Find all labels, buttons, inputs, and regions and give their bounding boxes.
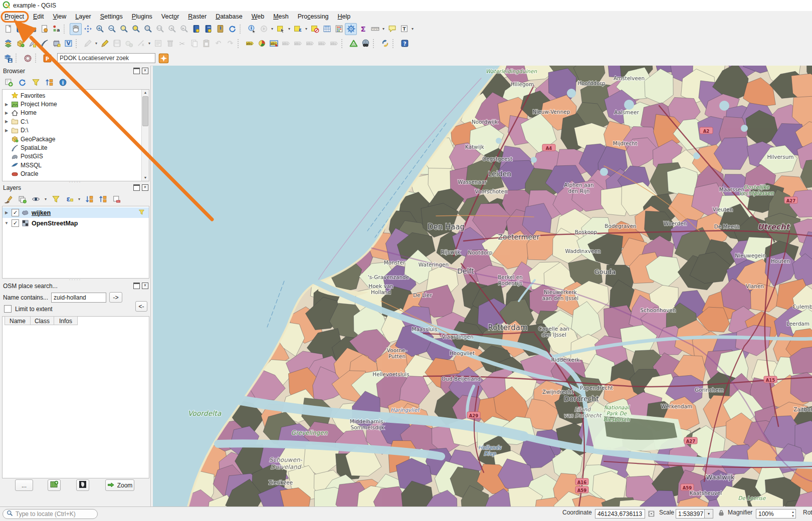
osm-column-infos[interactable]: Infos xyxy=(54,316,78,325)
coordinate-field[interactable]: 461243,6736113 xyxy=(595,509,645,518)
expand-arrow-icon[interactable]: ▶ xyxy=(4,128,9,133)
manage-map-themes-button[interactable] xyxy=(30,193,42,205)
layer-diagram-options-button[interactable] xyxy=(256,38,268,50)
layer-labeling-options-button[interactable]: abc xyxy=(244,38,256,50)
collapse-all-button[interactable] xyxy=(43,76,55,88)
identify-features-button[interactable]: i xyxy=(246,23,258,35)
zoom-in-button[interactable]: + xyxy=(94,23,106,35)
osm-back-button[interactable]: <- xyxy=(135,301,147,312)
manage-map-themes-dropdown[interactable]: ▾ xyxy=(43,197,48,201)
browser-item-d-[interactable]: ▶ D:\ xyxy=(3,126,149,135)
statistical-summary-button[interactable]: Σ xyxy=(357,23,369,35)
menu-processing[interactable]: Processing xyxy=(293,12,333,21)
project-properties-button[interactable] xyxy=(38,23,50,35)
magnifier-spinbox[interactable]: 100% ▲▼ xyxy=(756,509,796,518)
menu-vector[interactable]: Vector xyxy=(157,12,183,21)
browser-item-oracle[interactable]: Oracle xyxy=(3,170,149,178)
layers-close-icon[interactable]: × xyxy=(142,184,148,191)
menu-web[interactable]: Web xyxy=(247,12,269,21)
osm-column-class[interactable]: Class xyxy=(30,316,54,325)
extents-icon[interactable] xyxy=(648,510,655,519)
scroll-up-icon[interactable]: ▲ xyxy=(142,90,149,96)
browser-item-mssql[interactable]: MSSQL xyxy=(3,161,149,169)
browser-close-icon[interactable]: × xyxy=(142,68,148,74)
grass-tools-button[interactable] xyxy=(347,38,359,50)
expand-arrow-icon[interactable]: ▶ xyxy=(4,111,9,115)
show-spatial-bookmarks-button[interactable] xyxy=(202,23,214,35)
new-spatialite-layer-button[interactable] xyxy=(38,38,50,50)
layer-visibility-checkbox[interactable]: ✓ xyxy=(12,209,19,216)
browser-item-spatialite[interactable]: SpatiaLite xyxy=(3,143,149,152)
filter-browser-button[interactable] xyxy=(30,76,42,88)
pdok-search-input[interactable] xyxy=(57,53,155,63)
add-selected-layers-button[interactable] xyxy=(3,76,15,88)
enable-properties-widget-button[interactable]: i xyxy=(57,76,69,88)
new-spatial-bookmark-button[interactable] xyxy=(190,23,202,35)
browser-item-geopackage[interactable]: GeoPackage xyxy=(3,135,149,143)
zoom-out-button[interactable]: − xyxy=(106,23,118,35)
osm-search-button[interactable]: -> xyxy=(109,292,122,303)
menu-edit[interactable]: Edit xyxy=(29,12,49,21)
zoom-to-layer-button[interactable] xyxy=(142,23,154,35)
new-temporary-scratch-layer-button[interactable] xyxy=(50,38,62,50)
expand-arrow-icon[interactable]: ▶ xyxy=(4,102,9,107)
field-calculator-button[interactable] xyxy=(333,23,345,35)
menu-mesh[interactable]: Mesh xyxy=(269,12,293,21)
limit-to-extent-checkbox[interactable] xyxy=(4,305,12,313)
open-attribute-table-button[interactable] xyxy=(321,23,333,35)
add-group-button[interactable] xyxy=(16,193,28,205)
temporal-controller-button[interactable] xyxy=(214,23,226,35)
osm-place-search-toggle-button[interactable] xyxy=(359,38,371,50)
open-data-source-manager-button[interactable] xyxy=(2,38,14,50)
new-project-button[interactable] xyxy=(2,23,14,35)
menu-project[interactable]: Project xyxy=(0,12,29,21)
open-layer-styling-panel-button[interactable] xyxy=(3,193,15,205)
osm-add-to-map-button[interactable] xyxy=(48,479,61,491)
browser-item-c-[interactable]: ▶ C:\ xyxy=(3,117,149,126)
save-all-layers-button[interactable] xyxy=(2,52,14,64)
deselect-all-button[interactable] xyxy=(309,23,321,35)
map-tips-button[interactable] xyxy=(386,23,398,35)
menu-settings[interactable]: Settings xyxy=(96,12,127,21)
filter-legend-expression-button[interactable]: ε xyxy=(63,193,75,205)
pdok-locatieserver-go-button[interactable] xyxy=(157,52,169,64)
new-geopackage-layer-button[interactable] xyxy=(14,38,26,50)
new-shapefile-layer-button[interactable] xyxy=(26,38,38,50)
osm-zoom-button[interactable]: Zoom xyxy=(105,479,134,491)
expand-arrow-icon[interactable]: ▶ xyxy=(4,119,9,124)
plugin-help-button[interactable]: ? xyxy=(398,38,411,50)
layer-filter-icon[interactable] xyxy=(138,209,145,217)
measure-button[interactable] xyxy=(369,23,381,35)
osm-float-icon[interactable] xyxy=(133,283,140,289)
layer-item-openstreetmap[interactable]: ▼ ✓ OpenStreetMap xyxy=(3,218,149,228)
remove-layer-group-button[interactable] xyxy=(110,193,122,205)
toggle-editing-button[interactable] xyxy=(99,38,111,50)
filter-legend-button[interactable] xyxy=(50,193,62,205)
spin-arrows[interactable]: ▲▼ xyxy=(791,510,794,518)
browser-item-home[interactable]: ▶ Home xyxy=(3,109,149,117)
text-annotation-button[interactable]: T xyxy=(398,23,410,35)
locator-search[interactable]: Type to locate (Ctrl+K) xyxy=(3,509,98,519)
select-features-dropdown[interactable]: ▾ xyxy=(287,27,292,31)
pan-map-button[interactable] xyxy=(70,23,82,35)
menu-view[interactable]: View xyxy=(48,12,71,21)
lock-icon[interactable] xyxy=(718,509,725,518)
expand-arrow-icon[interactable]: ▶ xyxy=(4,210,9,215)
zoom-full-button[interactable] xyxy=(118,23,130,35)
layers-float-icon[interactable] xyxy=(133,184,140,191)
browser-scrollbar[interactable]: ▲ ▼ xyxy=(141,90,149,181)
pdok-services-button[interactable]: P xyxy=(41,52,53,64)
select-by-expression-button[interactable]: ε xyxy=(292,23,304,35)
style-manager-button[interactable]: a xyxy=(50,23,62,35)
panel-splitter[interactable]: ····· xyxy=(0,278,150,281)
menu-database[interactable]: Database xyxy=(211,12,247,21)
pan-to-selection-button[interactable] xyxy=(82,23,94,35)
menu-help[interactable]: Help xyxy=(333,12,355,21)
new-virtual-layer-button[interactable]: V xyxy=(62,38,74,50)
map-canvas[interactable]: A4A2A27A15A27A29A16A59A59Waterleidingdui… xyxy=(153,66,812,507)
select-by-expression-dropdown[interactable]: ▾ xyxy=(304,27,309,31)
measure-dropdown[interactable]: ▾ xyxy=(381,27,386,31)
browser-item-project-home[interactable]: ▶ Project Home xyxy=(3,100,149,108)
layer-item-wijken[interactable]: ▶ ✓ wijken xyxy=(3,207,149,218)
text-annotation-dropdown[interactable]: ▾ xyxy=(410,27,415,31)
